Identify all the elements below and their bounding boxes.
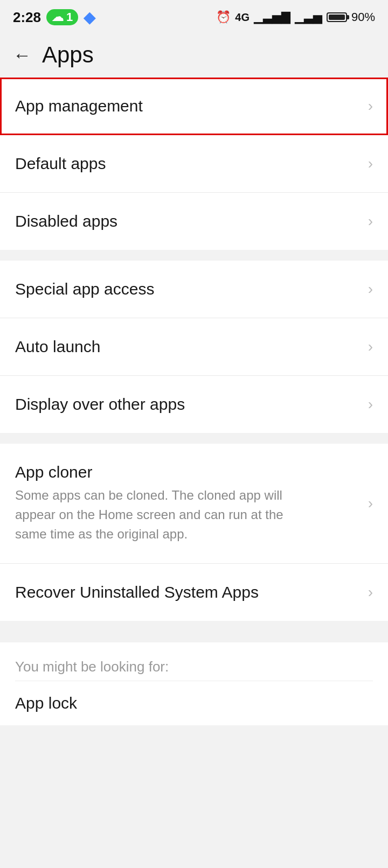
- section-divider-1: [0, 250, 388, 261]
- menu-item-left: Recover Uninstalled System Apps: [15, 583, 362, 601]
- chevron-right-icon: ›: [368, 155, 373, 172]
- suggestion-item-app-lock[interactable]: App lock: [15, 681, 373, 725]
- menu-item-recover-uninstalled[interactable]: Recover Uninstalled System Apps ›: [0, 564, 388, 621]
- time-label: 2:28: [13, 9, 41, 26]
- menu-item-label: Disabled apps: [15, 212, 362, 230]
- suggestion-section: You might be looking for: App lock: [0, 642, 388, 725]
- chevron-right-icon: ›: [368, 495, 373, 512]
- menu-item-special-app-access[interactable]: Special app access ›: [0, 261, 388, 318]
- wifi-count: 1: [66, 10, 73, 24]
- chevron-right-icon: ›: [368, 396, 373, 413]
- chevron-right-icon: ›: [368, 338, 373, 355]
- chevron-right-icon: ›: [368, 281, 373, 298]
- menu-item-app-management[interactable]: App management ›: [0, 78, 388, 135]
- menu-item-left: Disabled apps: [15, 212, 362, 230]
- menu-item-label: Default apps: [15, 155, 362, 173]
- menu-item-label: Recover Uninstalled System Apps: [15, 583, 362, 601]
- page-header: ← Apps: [0, 32, 388, 78]
- battery-icon: [327, 12, 347, 22]
- menu-item-left: Auto launch: [15, 338, 362, 356]
- back-button[interactable]: ←: [13, 46, 31, 64]
- chevron-right-icon: ›: [368, 97, 373, 115]
- alarm-icon: ⏰: [216, 10, 231, 24]
- wifi-icon: ☁: [52, 10, 64, 24]
- status-right: ⏰ 4G ▁▃▅▇ ▁▃▅ 90%: [216, 10, 375, 24]
- menu-item-auto-launch[interactable]: Auto launch ›: [0, 318, 388, 376]
- menu-item-left: Special app access: [15, 280, 362, 298]
- menu-item-left: Default apps: [15, 155, 362, 173]
- menu-item-label: Auto launch: [15, 338, 362, 356]
- chevron-right-icon: ›: [368, 213, 373, 230]
- menu-item-disabled-apps[interactable]: Disabled apps ›: [0, 193, 388, 250]
- menu-item-left: App management: [15, 97, 362, 115]
- status-bar: 2:28 ☁ 1 ◆ ⏰ 4G ▁▃▅▇ ▁▃▅ 90%: [0, 0, 388, 32]
- menu-section-3: App cloner Some apps can be cloned. The …: [0, 444, 388, 621]
- menu-item-left: Display over other apps: [15, 395, 362, 414]
- menu-item-left: App cloner Some apps can be cloned. The …: [15, 463, 362, 544]
- wifi-badge: ☁ 1: [46, 9, 78, 25]
- section-divider-2: [0, 433, 388, 444]
- page-title: Apps: [42, 42, 94, 68]
- section-divider-3: [0, 621, 388, 632]
- chevron-right-icon: ›: [368, 584, 373, 601]
- menu-item-label: Special app access: [15, 280, 362, 298]
- menu-item-default-apps[interactable]: Default apps ›: [0, 135, 388, 193]
- signal-bars-icon: ▁▃▅▇: [254, 10, 290, 24]
- menu-item-app-cloner[interactable]: App cloner Some apps can be cloned. The …: [0, 444, 388, 564]
- menu-item-label: Display over other apps: [15, 395, 362, 414]
- battery-label: 90%: [351, 10, 375, 24]
- status-left: 2:28 ☁ 1 ◆: [13, 9, 95, 26]
- vpn-icon: ◆: [84, 9, 95, 26]
- menu-section-1: App management › Default apps › Disabled…: [0, 78, 388, 250]
- menu-item-display-over[interactable]: Display over other apps ›: [0, 376, 388, 433]
- menu-section-2: Special app access › Auto launch › Displ…: [0, 261, 388, 433]
- suggestion-label: You might be looking for:: [15, 659, 373, 675]
- menu-item-label: App cloner: [15, 463, 362, 481]
- signal-text: 4G: [235, 11, 250, 24]
- menu-item-label: App management: [15, 97, 362, 115]
- menu-item-subtext: Some apps can be cloned. The cloned app …: [15, 486, 317, 544]
- signal-bars2-icon: ▁▃▅: [295, 10, 322, 24]
